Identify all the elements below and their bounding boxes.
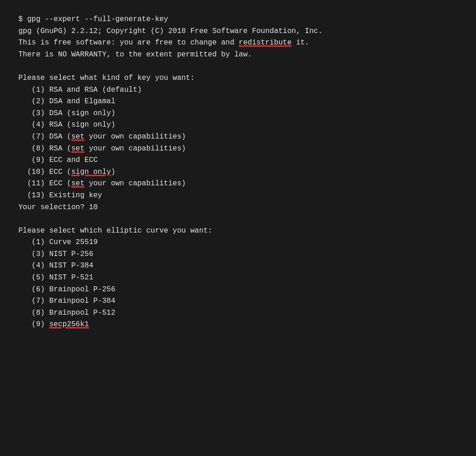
blank-line-1	[18, 61, 458, 72]
key-option-8: (8) RSA (set your own capabilities)	[18, 143, 458, 155]
command-line: $ gpg --expert --full-generate-key	[18, 14, 458, 26]
key-option-9: (9) ECC and ECC	[18, 155, 458, 167]
secp256k1-underline: secp256k1	[49, 320, 89, 328]
version-line: gpg (GnuPG) 2.2.12; Copyright (C) 2018 F…	[18, 26, 458, 38]
sign-only-underline: sign only	[71, 168, 111, 176]
curve-option-1: (1) Curve 25519	[18, 237, 458, 249]
curve-option-4: (4) NIST P-384	[18, 260, 458, 272]
curve-option-6: (6) Brainpool P-256	[18, 284, 458, 296]
set-word-11: set	[71, 179, 84, 188]
curve-option-5: (5) NIST P-521	[18, 272, 458, 284]
curve-option-9: (9) secp256k1	[18, 319, 458, 331]
selection-10-line: Your selection? 10	[18, 202, 458, 214]
free-software-line: This is free software: you are free to c…	[18, 37, 458, 49]
key-option-7: (7) DSA (set your own capabilities)	[18, 131, 458, 143]
curve-option-7: (7) Brainpool P-384	[18, 295, 458, 307]
key-option-13: (13) Existing key	[18, 190, 458, 202]
terminal-window: $ gpg --expert --full-generate-key gpg (…	[18, 14, 458, 331]
key-type-prompt: Please select what kind of key you want:	[18, 72, 458, 84]
warranty-line: There is NO WARRANTY, to the extent perm…	[18, 49, 458, 61]
set-word-8: set	[71, 145, 84, 153]
blank-line-2	[18, 213, 458, 225]
curve-option-8: (8) Brainpool P-512	[18, 307, 458, 319]
key-option-1: (1) RSA and RSA (default)	[18, 84, 458, 96]
key-option-2: (2) DSA and Elgamal	[18, 96, 458, 108]
curve-prompt: Please select which elliptic curve you w…	[18, 225, 458, 237]
redistribute-word: redistribute	[239, 39, 291, 47]
set-word-7: set	[71, 133, 84, 141]
key-option-4: (4) RSA (sign only)	[18, 119, 458, 131]
curve-option-3: (3) NIST P-256	[18, 249, 458, 261]
key-option-3: (3) DSA (sign only)	[18, 108, 458, 120]
key-option-10: (10) ECC (sign only)	[18, 167, 458, 178]
key-option-11: (11) ECC (set your own capabilities)	[18, 178, 458, 190]
